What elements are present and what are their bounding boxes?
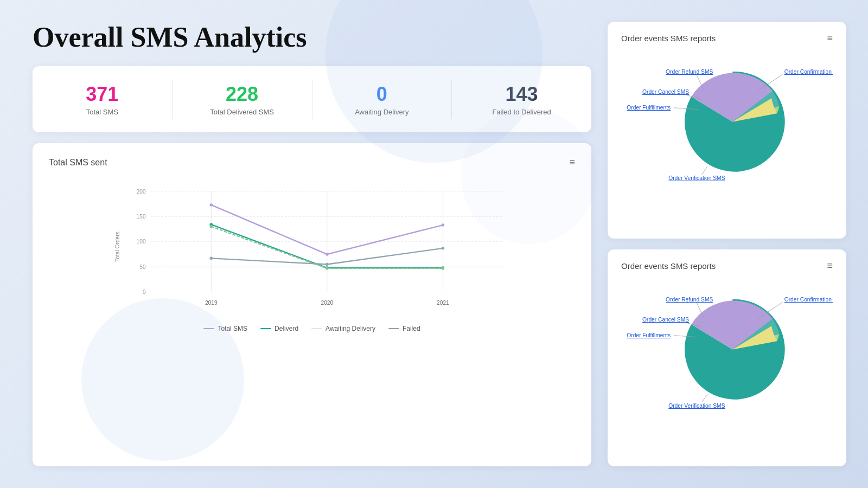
svg-text:Order Cancel SMS: Order Cancel SMS — [642, 89, 689, 95]
svg-text:200: 200 — [137, 189, 146, 195]
pie-chart-1-menu-icon[interactable]: ≡ — [827, 33, 833, 44]
line-chart-title: Total SMS sent — [49, 158, 107, 168]
svg-text:50: 50 — [139, 264, 146, 270]
svg-point-24 — [326, 267, 329, 271]
svg-text:Order Fulfillments: Order Fulfillments — [627, 332, 671, 338]
total-delivered-value: 228 — [226, 82, 258, 106]
svg-point-28 — [442, 247, 445, 250]
stat-total-delivered: 228 Total Delivered SMS — [173, 80, 312, 119]
stats-card: 371 Total SMS 228 Total Delivered SMS 0 … — [33, 66, 591, 132]
legend-total-sms-label: Total SMS — [218, 325, 247, 332]
svg-text:Total Orders: Total Orders — [114, 232, 120, 262]
svg-text:Order Verification SMS: Order Verification SMS — [668, 403, 725, 409]
line-chart-svg-container: Total Orders 200 150 100 50 0 2019 2020 — [49, 176, 575, 319]
svg-text:Order Verification SMS: Order Verification SMS — [668, 175, 725, 181]
svg-text:150: 150 — [137, 214, 146, 220]
legend-delivered: Deliverd — [260, 325, 298, 332]
svg-point-26 — [210, 257, 213, 260]
svg-point-19 — [442, 224, 445, 227]
svg-line-37 — [702, 166, 707, 175]
svg-point-17 — [210, 204, 213, 207]
svg-text:Order Refund SMS: Order Refund SMS — [666, 69, 713, 75]
stat-failed: 143 Failed to Delivered — [452, 80, 591, 119]
svg-point-23 — [210, 225, 213, 228]
svg-point-25 — [442, 267, 445, 271]
failed-label: Failed to Delivered — [492, 108, 551, 116]
svg-text:Order Cancel SMS: Order Cancel SMS — [642, 317, 689, 323]
stat-total-sms: 371 Total SMS — [33, 80, 173, 119]
awaiting-label: Awaiting Delivery — [355, 108, 409, 116]
pie-chart-2-container: Order Confirmation SMS Order Refund SMS … — [621, 277, 833, 422]
svg-point-18 — [326, 253, 329, 256]
svg-text:Order Refund SMS: Order Refund SMS — [666, 297, 713, 303]
page-title: Overall SMS Analytics — [33, 22, 591, 53]
svg-text:Order Confirmation SMS: Order Confirmation SMS — [784, 69, 833, 75]
legend-failed: Failed — [388, 325, 420, 332]
total-delivered-label: Total Delivered SMS — [210, 108, 274, 116]
chart-legend: Total SMS Deliverd Awaiting Delivery Fai… — [49, 325, 575, 332]
pie-chart-1-title: Order events SMS reports — [621, 34, 716, 43]
pie-card-2: Order events SMS reports ≡ — [608, 249, 846, 466]
svg-text:2020: 2020 — [321, 300, 334, 306]
total-sms-label: Total SMS — [86, 108, 118, 116]
total-sms-value: 371 — [86, 82, 118, 106]
svg-text:2021: 2021 — [437, 300, 449, 306]
failed-value: 143 — [506, 82, 538, 106]
line-chart-menu-icon[interactable]: ≡ — [569, 157, 575, 168]
stat-awaiting: 0 Awaiting Delivery — [312, 80, 452, 119]
svg-text:Order Confirmation SMS: Order Confirmation SMS — [784, 297, 833, 303]
legend-delivered-label: Deliverd — [275, 325, 298, 332]
pie-chart-1-container: Order Confirmation SMS Order Refund SMS … — [621, 49, 833, 194]
pie-chart-2-menu-icon[interactable]: ≡ — [827, 260, 833, 272]
svg-text:100: 100 — [137, 239, 146, 245]
legend-total-sms: Total SMS — [203, 325, 247, 332]
pie-chart-2-title: Order events SMS reports — [621, 261, 716, 271]
svg-text:2019: 2019 — [205, 300, 218, 306]
svg-text:0: 0 — [143, 290, 146, 296]
svg-text:Order Fulfillments: Order Fulfillments — [627, 105, 671, 111]
awaiting-value: 0 — [376, 82, 387, 106]
pie-card-1: Order events SMS reports ≡ — [608, 22, 846, 239]
legend-awaiting: Awaiting Delivery — [311, 325, 375, 332]
svg-point-27 — [326, 263, 329, 266]
line-chart-card: Total SMS sent ≡ Total Orders 200 150 10… — [33, 143, 591, 466]
svg-line-47 — [702, 394, 707, 402]
legend-awaiting-label: Awaiting Delivery — [326, 325, 375, 332]
legend-failed-label: Failed — [403, 325, 420, 332]
right-panel: Order events SMS reports ≡ — [608, 22, 846, 466]
